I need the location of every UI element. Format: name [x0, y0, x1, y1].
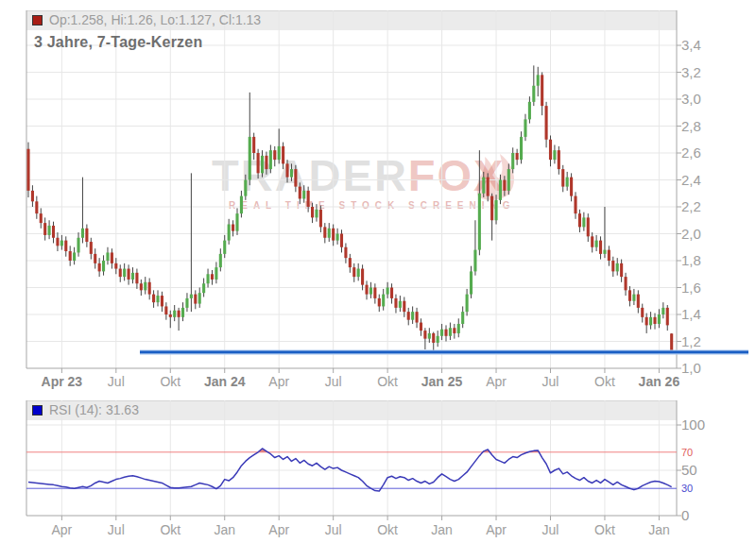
candle[interactable]	[561, 169, 564, 187]
candle[interactable]	[85, 229, 88, 242]
candle[interactable]	[102, 261, 105, 271]
candle[interactable]	[299, 187, 301, 199]
candle[interactable]	[516, 153, 519, 160]
candle[interactable]	[285, 163, 288, 177]
candle[interactable]	[81, 229, 84, 238]
candle[interactable]	[399, 301, 402, 308]
candle[interactable]	[90, 242, 93, 254]
candle[interactable]	[40, 213, 43, 223]
candle[interactable]	[328, 229, 331, 238]
candle[interactable]	[235, 213, 238, 231]
candle[interactable]	[315, 210, 318, 218]
candle[interactable]	[645, 317, 648, 326]
candle[interactable]	[56, 238, 59, 246]
candle[interactable]	[207, 274, 210, 283]
candle[interactable]	[490, 196, 493, 221]
candle[interactable]	[77, 238, 79, 253]
candle[interactable]	[394, 298, 397, 308]
candle[interactable]	[215, 267, 217, 280]
candle[interactable]	[532, 86, 535, 102]
candle[interactable]	[558, 150, 560, 169]
candle[interactable]	[487, 178, 490, 196]
candle[interactable]	[541, 75, 543, 106]
candle[interactable]	[265, 156, 267, 169]
candle[interactable]	[294, 169, 297, 187]
candle[interactable]	[591, 236, 593, 246]
candle[interactable]	[319, 210, 322, 228]
candle[interactable]	[144, 282, 146, 291]
candle[interactable]	[428, 333, 431, 339]
candle[interactable]	[169, 314, 172, 317]
candle[interactable]	[273, 150, 276, 160]
candle[interactable]	[223, 241, 226, 254]
candle[interactable]	[670, 333, 673, 350]
candle[interactable]	[323, 227, 326, 237]
candle[interactable]	[625, 277, 627, 290]
candle[interactable]	[152, 295, 155, 303]
candle[interactable]	[587, 217, 590, 236]
candle[interactable]	[378, 298, 381, 307]
candle[interactable]	[566, 178, 569, 187]
candle[interactable]	[416, 312, 419, 322]
candle[interactable]	[553, 150, 556, 160]
candle[interactable]	[111, 252, 113, 263]
candle[interactable]	[73, 252, 76, 261]
candle[interactable]	[123, 269, 126, 278]
candle[interactable]	[478, 194, 481, 250]
candle[interactable]	[494, 200, 497, 220]
candle[interactable]	[503, 180, 506, 191]
candle[interactable]	[407, 312, 410, 320]
candle[interactable]	[432, 333, 435, 343]
candle[interactable]	[52, 226, 55, 238]
candle[interactable]	[578, 213, 581, 227]
candle[interactable]	[252, 137, 255, 153]
candle[interactable]	[178, 311, 180, 317]
candle[interactable]	[373, 288, 376, 298]
candle[interactable]	[344, 247, 347, 258]
candle[interactable]	[290, 169, 293, 178]
candle[interactable]	[190, 295, 193, 298]
candle[interactable]	[511, 153, 514, 169]
candle[interactable]	[257, 153, 260, 173]
candle[interactable]	[198, 293, 201, 303]
candle[interactable]	[628, 290, 631, 300]
candle[interactable]	[449, 328, 452, 336]
candle[interactable]	[470, 271, 472, 294]
candle[interactable]	[269, 150, 272, 169]
candle[interactable]	[466, 295, 469, 313]
candle[interactable]	[336, 234, 339, 241]
candle[interactable]	[69, 251, 72, 261]
candle[interactable]	[94, 254, 96, 263]
candle[interactable]	[261, 156, 264, 174]
candle[interactable]	[302, 191, 305, 199]
candle[interactable]	[357, 269, 360, 278]
candle[interactable]	[249, 137, 251, 180]
candle[interactable]	[637, 295, 640, 308]
candle[interactable]	[98, 263, 101, 272]
candle[interactable]	[369, 288, 372, 295]
candle[interactable]	[574, 196, 576, 214]
candle[interactable]	[119, 269, 122, 278]
candle[interactable]	[106, 252, 109, 261]
candle[interactable]	[35, 201, 38, 213]
candle[interactable]	[332, 229, 335, 241]
candle[interactable]	[570, 178, 573, 196]
candle[interactable]	[423, 331, 426, 339]
candle[interactable]	[653, 317, 656, 324]
candle[interactable]	[211, 274, 214, 280]
candle[interactable]	[161, 296, 163, 306]
candle[interactable]	[641, 308, 644, 317]
candle[interactable]	[616, 263, 619, 272]
candle[interactable]	[632, 295, 635, 301]
candle[interactable]	[228, 225, 231, 241]
candle[interactable]	[420, 323, 422, 331]
candle[interactable]	[545, 106, 548, 140]
candle[interactable]	[244, 180, 247, 196]
candle[interactable]	[507, 169, 510, 191]
candle[interactable]	[411, 312, 414, 320]
candle[interactable]	[387, 288, 389, 295]
candle[interactable]	[282, 146, 284, 164]
candle[interactable]	[620, 263, 623, 277]
candle[interactable]	[202, 283, 205, 293]
candle[interactable]	[349, 258, 352, 267]
